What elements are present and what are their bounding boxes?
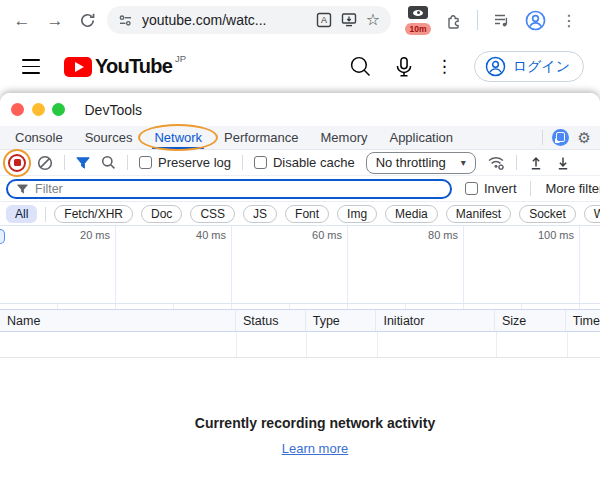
youtube-region-label: JP [175,53,186,64]
disable-cache-checkbox[interactable]: Disable cache [254,155,355,170]
reload-icon[interactable] [79,12,96,29]
profile-icon[interactable] [525,10,546,31]
resource-filter-chip[interactable]: CSS [190,205,235,223]
signin-button[interactable]: ログイン [474,51,584,82]
media-controls-icon[interactable] [493,12,510,29]
devtools-tabs: ConsoleSourcesNetworkPerformanceMemoryAp… [4,126,464,149]
youtube-logo[interactable]: YouTube JP [64,55,186,78]
extension-area: 10m ⋮ [406,5,577,35]
toolbar-divider [516,155,517,170]
filter-placeholder: Filter [35,182,63,196]
filter-toggle-icon[interactable] [76,157,90,169]
svg-text:A: A [321,15,327,25]
empty-state: Currently recording network activity Lea… [0,358,600,457]
checkbox-icon [254,156,267,169]
recording-status-message: Currently recording network activity [30,415,600,431]
resource-filter-chip[interactable]: Media [385,205,438,223]
throttling-value: No throttling [376,155,446,170]
signin-label: ログイン [513,58,570,76]
column-header[interactable]: Status [236,310,306,331]
youtube-header: YouTube JP ⋮ ログイン [0,40,600,93]
timeline-tick-label: 80 ms [348,226,464,303]
chrome-menu-icon[interactable]: ⋮ [561,11,577,30]
resource-filter-chip[interactable]: Wasm [584,205,600,223]
settings-gear-icon[interactable]: ⚙ [578,130,591,145]
hamburger-menu-icon[interactable] [22,59,40,73]
network-conditions-icon[interactable] [487,154,505,171]
devtools-tab[interactable]: Memory [310,126,379,149]
column-header[interactable]: Name [0,310,236,331]
toolbar-divider [477,10,478,30]
url-text[interactable]: youtube.com/watc... [142,12,307,28]
devtools-tab[interactable]: Performance [213,126,309,149]
youtube-wordmark: YouTube [95,55,172,78]
devtools-tab[interactable]: Console [4,126,74,149]
zoom-window-icon[interactable] [52,103,65,116]
resource-filter-chip[interactable]: Font [285,205,329,223]
chevron-down-icon: ▾ [461,157,466,168]
youtube-play-icon [64,57,92,77]
timeline-tick-label: 100 ms [464,226,580,303]
filter-input[interactable]: Filter [6,179,452,199]
resource-filter-chip[interactable]: Img [337,205,377,223]
export-har-icon[interactable] [555,155,571,171]
table-cell [568,332,600,357]
resource-filter-chip[interactable]: JS [243,205,277,223]
table-cell [0,332,237,357]
table-cell [378,332,497,357]
resource-filter-chip[interactable]: All [6,205,37,223]
device-toolbar-icon[interactable] [552,129,569,146]
more-filters-button[interactable]: More filters [546,181,600,196]
network-overview-timeline[interactable]: 20 ms40 ms60 ms80 ms100 ms [0,226,600,304]
devtools-titlebar: DevTools [0,93,600,126]
devtools-tab[interactable]: Network [143,126,213,149]
column-header[interactable]: Size [495,310,566,331]
resource-filter-chip[interactable]: Doc [141,205,182,223]
site-settings-icon[interactable] [118,13,133,28]
address-bar[interactable]: youtube.com/watc... A ☆ [107,6,391,34]
toolbar-divider [242,155,243,170]
throttling-dropdown[interactable]: No throttling ▾ [366,152,476,174]
requests-table-empty-row [0,332,600,358]
back-icon[interactable]: ← [13,12,31,29]
close-window-icon[interactable] [11,103,24,116]
youtube-menu-icon[interactable]: ⋮ [436,56,453,77]
column-header[interactable]: Time [566,310,600,331]
invert-checkbox[interactable]: Invert [465,181,517,196]
checkbox-icon [465,182,478,195]
extensions-puzzle-icon[interactable] [445,12,462,29]
devtools-tab[interactable]: Sources [74,126,144,149]
learn-more-link[interactable]: Learn more [282,441,348,456]
record-button[interactable] [8,154,26,172]
forward-icon[interactable]: → [46,12,64,29]
timeline-tick-label: 20 ms [0,226,116,303]
screen: ← → youtube.com/watc... A [0,0,600,477]
timer-extension-icon[interactable]: 10m [406,5,430,35]
import-har-icon[interactable] [528,155,544,171]
signin-person-icon [485,56,506,77]
search-icon[interactable] [349,55,372,78]
translate-icon[interactable]: A [316,12,332,28]
resource-filter-chip[interactable]: Fetch/XHR [54,205,133,223]
invert-label: Invert [484,181,517,196]
column-header[interactable]: Type [306,310,377,331]
eye-icon [408,6,428,19]
install-app-icon[interactable] [341,12,357,28]
timeline-tick-label: 40 ms [116,226,232,303]
devtools-tab[interactable]: Application [378,126,464,149]
bookmark-star-icon[interactable]: ☆ [366,12,380,28]
column-header[interactable]: Initiator [376,310,495,331]
network-toolbar: Preserve log Disable cache No throttling… [0,150,600,176]
resource-filter-chip[interactable]: Manifest [446,205,511,223]
clear-button[interactable] [37,155,53,171]
requests-table-header: NameStatusTypeInitiatorSizeTime [0,310,600,332]
browser-toolbar: ← → youtube.com/watc... A [0,0,600,40]
preserve-log-checkbox[interactable]: Preserve log [139,155,231,170]
minimize-window-icon[interactable] [32,103,45,116]
mic-icon[interactable] [393,56,415,78]
search-requests-icon[interactable] [101,155,116,170]
toolbar-divider [64,155,65,170]
resource-filter-chip[interactable]: Socket [519,205,576,223]
tabbar-divider [542,130,543,145]
resource-type-filters: AllFetch/XHRDocCSSJSFontImgMediaManifest… [0,202,600,226]
